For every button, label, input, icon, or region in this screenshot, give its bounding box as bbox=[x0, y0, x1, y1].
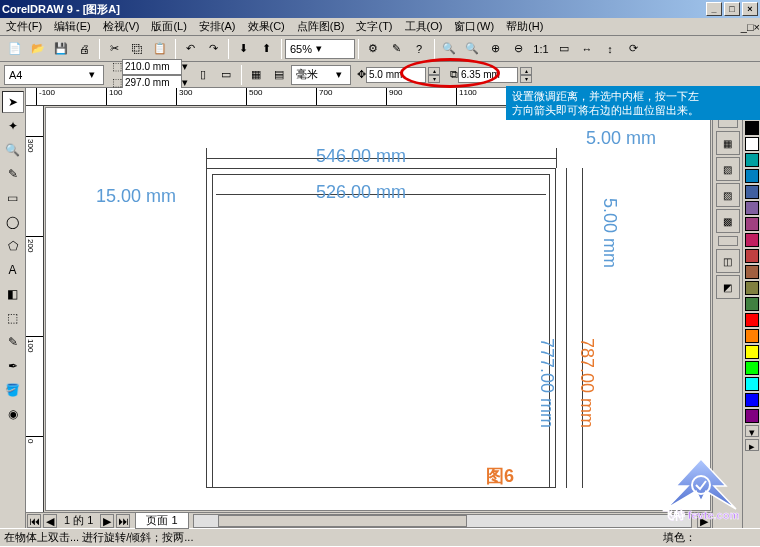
zoom-combo[interactable]: 65% ▾ bbox=[285, 39, 355, 59]
minimize-button[interactable]: _ bbox=[706, 2, 722, 16]
zoom-actual-icon[interactable]: 1:1 bbox=[530, 38, 552, 60]
color-swatch[interactable] bbox=[745, 409, 759, 423]
text-tool[interactable]: A bbox=[2, 259, 24, 281]
ellipse-tool[interactable]: ◯ bbox=[2, 211, 24, 233]
menu-help[interactable]: 帮助(H) bbox=[506, 19, 543, 34]
zoom-all-icon[interactable]: 🔍 bbox=[461, 38, 483, 60]
restore-button[interactable]: □ bbox=[724, 2, 740, 16]
zoom-width-icon[interactable]: ↔ bbox=[576, 38, 598, 60]
last-page-button[interactable]: ⏭ bbox=[116, 514, 130, 528]
color-swatch[interactable] bbox=[745, 137, 759, 151]
zoom-height-icon[interactable]: ↕ bbox=[599, 38, 621, 60]
close-button[interactable]: × bbox=[742, 2, 758, 16]
zoom-tool[interactable]: 🔍 bbox=[2, 139, 24, 161]
units-combo[interactable]: 毫米 ▾ bbox=[291, 65, 351, 85]
color-swatch[interactable] bbox=[745, 361, 759, 375]
color-swatch[interactable] bbox=[745, 377, 759, 391]
scroll-right-button[interactable]: ▶ bbox=[697, 514, 711, 528]
interactive-fill-tool[interactable]: ◧ bbox=[2, 283, 24, 305]
redo-button[interactable]: ↷ bbox=[202, 38, 224, 60]
horizontal-scrollbar[interactable] bbox=[193, 514, 692, 528]
export-button[interactable]: ⬆ bbox=[255, 38, 277, 60]
refresh-icon[interactable]: ⟳ bbox=[622, 38, 644, 60]
drawing-canvas[interactable]: 546.00 mm 526.00 mm 15.00 mm 5.00 mm 5.0… bbox=[45, 107, 711, 511]
color-swatch[interactable] bbox=[745, 313, 759, 327]
docker-button-5[interactable]: ◫ bbox=[716, 249, 740, 273]
chevron-down-icon[interactable]: ▾ bbox=[85, 68, 99, 81]
chevron-down-icon[interactable]: ▾ bbox=[332, 68, 346, 81]
chevron-down-icon[interactable]: ▾ bbox=[312, 42, 326, 55]
chevron-down-icon[interactable]: ▾ bbox=[182, 60, 188, 73]
palette-flyout-button[interactable]: ▸ bbox=[745, 439, 759, 451]
open-button[interactable]: 📂 bbox=[27, 38, 49, 60]
interactive-transparency-tool[interactable]: ⬚ bbox=[2, 307, 24, 329]
menu-bitmap[interactable]: 点阵图(B) bbox=[297, 19, 345, 34]
menu-file[interactable]: 文件(F) bbox=[6, 19, 42, 34]
cut-button[interactable]: ✂ bbox=[103, 38, 125, 60]
menu-text[interactable]: 文字(T) bbox=[356, 19, 392, 34]
color-swatch[interactable] bbox=[745, 201, 759, 215]
color-swatch[interactable] bbox=[745, 217, 759, 231]
color-swatch[interactable] bbox=[745, 345, 759, 359]
page-width-input[interactable] bbox=[122, 59, 182, 75]
color-swatch[interactable] bbox=[745, 329, 759, 343]
nudge-distance-input[interactable] bbox=[366, 67, 426, 83]
color-swatch[interactable] bbox=[745, 265, 759, 279]
zoom-out-icon[interactable]: ⊖ bbox=[507, 38, 529, 60]
menu-arrange[interactable]: 安排(A) bbox=[199, 19, 236, 34]
docker-object-properties[interactable]: 对象属性 bbox=[718, 236, 738, 246]
prev-page-button[interactable]: ◀ bbox=[43, 514, 57, 528]
portrait-button[interactable]: ▯ bbox=[192, 64, 214, 86]
doc-restore-button[interactable]: □ bbox=[747, 21, 754, 33]
spinner-down[interactable]: ▾ bbox=[428, 75, 440, 83]
menu-effects[interactable]: 效果(C) bbox=[248, 19, 285, 34]
help-icon[interactable]: ? bbox=[408, 38, 430, 60]
page-tab[interactable]: 页面 1 bbox=[135, 512, 188, 529]
color-swatch[interactable] bbox=[745, 281, 759, 295]
color-swatch[interactable] bbox=[745, 153, 759, 167]
fill-tool[interactable]: 🪣 bbox=[2, 379, 24, 401]
palette-scroll-down[interactable]: ▾ bbox=[745, 425, 759, 437]
paper-size-combo[interactable]: A4 ▾ bbox=[4, 65, 104, 85]
scroll-thumb[interactable] bbox=[218, 515, 467, 527]
docker-button-6[interactable]: ◩ bbox=[716, 275, 740, 299]
zoom-page-icon[interactable]: ▭ bbox=[553, 38, 575, 60]
spinner-up[interactable]: ▴ bbox=[428, 67, 440, 75]
docker-button-4[interactable]: ▩ bbox=[716, 209, 740, 233]
color-swatch[interactable] bbox=[745, 393, 759, 407]
copy-button[interactable]: ⿻ bbox=[126, 38, 148, 60]
docker-button-1[interactable]: ▦ bbox=[716, 131, 740, 155]
landscape-button[interactable]: ▭ bbox=[215, 64, 237, 86]
color-swatch[interactable] bbox=[745, 249, 759, 263]
shape-tool[interactable]: ✦ bbox=[2, 115, 24, 137]
outline-tool[interactable]: ✒ bbox=[2, 355, 24, 377]
zoom-selection-icon[interactable]: 🔍 bbox=[438, 38, 460, 60]
script-icon[interactable]: ✎ bbox=[385, 38, 407, 60]
print-button[interactable]: 🖨 bbox=[73, 38, 95, 60]
color-swatch[interactable] bbox=[745, 233, 759, 247]
node-editor-icon[interactable]: ⚙ bbox=[362, 38, 384, 60]
menu-edit[interactable]: 编辑(E) bbox=[54, 19, 91, 34]
undo-button[interactable]: ↶ bbox=[179, 38, 201, 60]
color-swatch[interactable] bbox=[745, 121, 759, 135]
polygon-tool[interactable]: ⬠ bbox=[2, 235, 24, 257]
import-button[interactable]: ⬇ bbox=[232, 38, 254, 60]
color-swatch[interactable] bbox=[745, 185, 759, 199]
color-swatch[interactable] bbox=[745, 169, 759, 183]
menu-view[interactable]: 检视(V) bbox=[103, 19, 140, 34]
doc-close-button[interactable]: × bbox=[754, 21, 760, 33]
pages-current-icon[interactable]: ▤ bbox=[268, 64, 290, 86]
interactive-tool[interactable]: ◉ bbox=[2, 403, 24, 425]
duplicate-distance-input[interactable] bbox=[458, 67, 518, 83]
next-page-button[interactable]: ▶ bbox=[100, 514, 114, 528]
eyedropper-tool[interactable]: ✎ bbox=[2, 331, 24, 353]
paste-button[interactable]: 📋 bbox=[149, 38, 171, 60]
menu-tools[interactable]: 工具(O) bbox=[405, 19, 443, 34]
zoom-in-icon[interactable]: ⊕ bbox=[484, 38, 506, 60]
color-swatch[interactable] bbox=[745, 297, 759, 311]
pages-all-icon[interactable]: ▦ bbox=[245, 64, 267, 86]
menu-layout[interactable]: 版面(L) bbox=[151, 19, 186, 34]
vertical-ruler[interactable]: 300 200 100 0 bbox=[26, 106, 44, 512]
rectangle-tool[interactable]: ▭ bbox=[2, 187, 24, 209]
freehand-tool[interactable]: ✎ bbox=[2, 163, 24, 185]
